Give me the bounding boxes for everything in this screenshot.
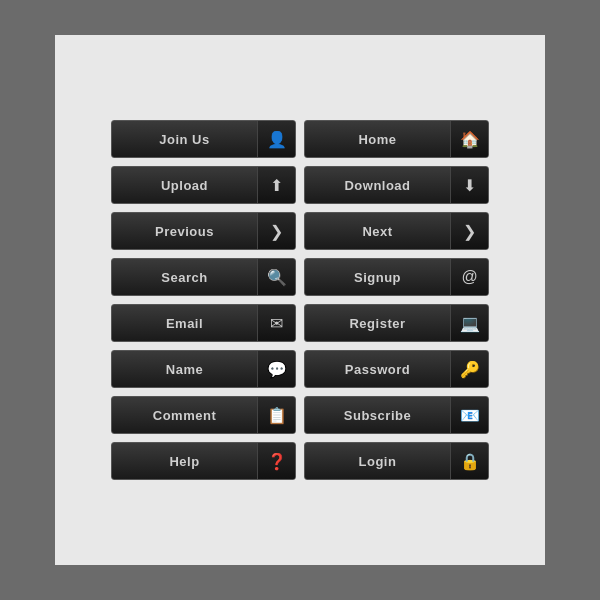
search-label: Search bbox=[112, 270, 257, 285]
name-icon: 💬 bbox=[257, 350, 295, 388]
previous-label: Previous bbox=[112, 224, 257, 239]
search-icon: 🔍 bbox=[257, 258, 295, 296]
login-button[interactable]: Login🔒 bbox=[304, 442, 489, 480]
name-button[interactable]: Name💬 bbox=[111, 350, 296, 388]
previous-button[interactable]: Previous❯ bbox=[111, 212, 296, 250]
comment-button[interactable]: Comment📋 bbox=[111, 396, 296, 434]
button-grid: Join Us👤Home🏠Upload⬆Download⬇Previous❯Ne… bbox=[91, 100, 509, 500]
comment-icon: 📋 bbox=[257, 396, 295, 434]
home-label: Home bbox=[305, 132, 450, 147]
next-label: Next bbox=[305, 224, 450, 239]
home-button[interactable]: Home🏠 bbox=[304, 120, 489, 158]
register-icon: 💻 bbox=[450, 304, 488, 342]
subscribe-button[interactable]: Subscribe📧 bbox=[304, 396, 489, 434]
password-button[interactable]: Password🔑 bbox=[304, 350, 489, 388]
download-label: Download bbox=[305, 178, 450, 193]
join-us-label: Join Us bbox=[112, 132, 257, 147]
white-panel: Join Us👤Home🏠Upload⬆Download⬇Previous❯Ne… bbox=[55, 35, 545, 565]
register-button[interactable]: Register💻 bbox=[304, 304, 489, 342]
join-us-icon: 👤 bbox=[257, 120, 295, 158]
upload-label: Upload bbox=[112, 178, 257, 193]
next-button[interactable]: Next❯ bbox=[304, 212, 489, 250]
next-icon: ❯ bbox=[450, 212, 488, 250]
register-label: Register bbox=[305, 316, 450, 331]
email-icon: ✉ bbox=[257, 304, 295, 342]
download-icon: ⬇ bbox=[450, 166, 488, 204]
login-label: Login bbox=[305, 454, 450, 469]
email-label: Email bbox=[112, 316, 257, 331]
password-label: Password bbox=[305, 362, 450, 377]
previous-icon: ❯ bbox=[257, 212, 295, 250]
upload-icon: ⬆ bbox=[257, 166, 295, 204]
subscribe-icon: 📧 bbox=[450, 396, 488, 434]
signup-button[interactable]: Signup@ bbox=[304, 258, 489, 296]
join-us-button[interactable]: Join Us👤 bbox=[111, 120, 296, 158]
help-label: Help bbox=[112, 454, 257, 469]
help-icon: ❓ bbox=[257, 442, 295, 480]
download-button[interactable]: Download⬇ bbox=[304, 166, 489, 204]
help-button[interactable]: Help❓ bbox=[111, 442, 296, 480]
name-label: Name bbox=[112, 362, 257, 377]
comment-label: Comment bbox=[112, 408, 257, 423]
upload-button[interactable]: Upload⬆ bbox=[111, 166, 296, 204]
home-icon: 🏠 bbox=[450, 120, 488, 158]
subscribe-label: Subscribe bbox=[305, 408, 450, 423]
signup-icon: @ bbox=[450, 258, 488, 296]
search-button[interactable]: Search🔍 bbox=[111, 258, 296, 296]
login-icon: 🔒 bbox=[450, 442, 488, 480]
email-button[interactable]: Email✉ bbox=[111, 304, 296, 342]
password-icon: 🔑 bbox=[450, 350, 488, 388]
signup-label: Signup bbox=[305, 270, 450, 285]
